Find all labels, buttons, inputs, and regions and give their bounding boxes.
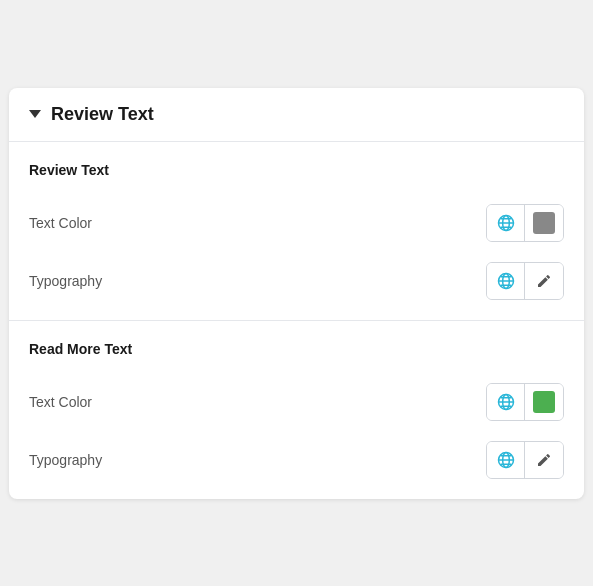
review-text-color-row: Text Color (29, 194, 564, 252)
review-text-typography-row: Typography (29, 252, 564, 310)
section-read-more-text: Read More Text Text Color (9, 321, 584, 499)
read-more-text-color-label: Text Color (29, 394, 92, 410)
review-text-color-control (486, 204, 564, 242)
review-text-color-swatch (533, 212, 555, 234)
globe-icon (496, 213, 516, 233)
pencil-icon (536, 452, 552, 468)
read-more-text-color-swatch (533, 391, 555, 413)
read-more-text-color-row: Text Color (29, 373, 564, 431)
chevron-down-icon (29, 110, 41, 118)
review-text-color-label: Text Color (29, 215, 92, 231)
read-more-text-color-global-button[interactable] (487, 384, 525, 420)
panel-header[interactable]: Review Text (9, 88, 584, 142)
read-more-text-typography-label: Typography (29, 452, 102, 468)
globe-icon (496, 450, 516, 470)
read-more-text-typography-row: Typography (29, 431, 564, 489)
review-text-typography-edit-button[interactable] (525, 263, 563, 299)
review-text-typography-global-button[interactable] (487, 263, 525, 299)
section-review-text-title: Review Text (29, 162, 564, 178)
review-text-typography-control (486, 262, 564, 300)
globe-icon (496, 271, 516, 291)
read-more-text-color-control (486, 383, 564, 421)
section-review-text: Review Text Text Color (9, 142, 584, 321)
read-more-text-typography-global-button[interactable] (487, 442, 525, 478)
review-text-panel: Review Text Review Text Text Color (9, 88, 584, 499)
review-text-typography-label: Typography (29, 273, 102, 289)
section-read-more-text-title: Read More Text (29, 341, 564, 357)
review-text-color-global-button[interactable] (487, 205, 525, 241)
pencil-icon (536, 273, 552, 289)
read-more-text-color-swatch-button[interactable] (525, 384, 563, 420)
review-text-color-swatch-button[interactable] (525, 205, 563, 241)
globe-icon (496, 392, 516, 412)
read-more-text-typography-control (486, 441, 564, 479)
read-more-text-typography-edit-button[interactable] (525, 442, 563, 478)
panel-title: Review Text (51, 104, 154, 125)
